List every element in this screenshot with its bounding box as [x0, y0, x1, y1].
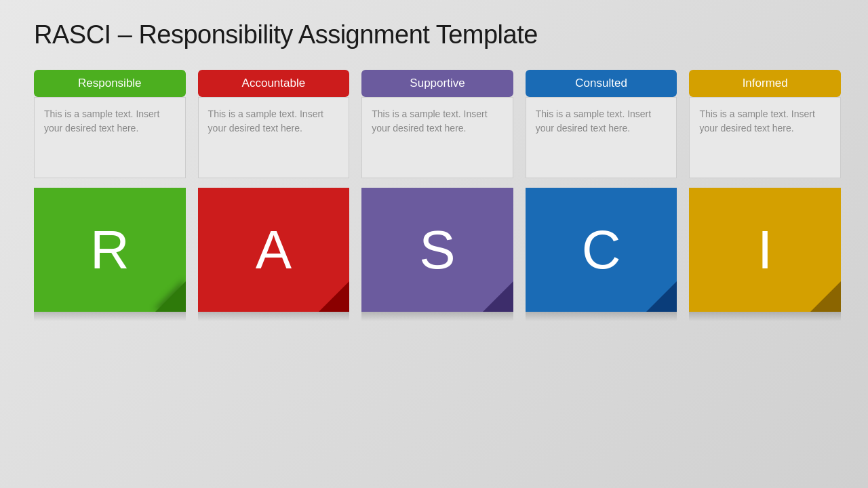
card-body-informed[interactable]: This is a sample text. Insert your desir… [689, 97, 841, 178]
cards-container: Responsible This is a sample text. Inser… [34, 70, 841, 321]
card-accountable: Accountable This is a sample text. Inser… [198, 70, 350, 321]
card-tile-responsible: R [34, 188, 186, 312]
card-shadow-consulted [526, 312, 677, 321]
card-header-consulted: Consulted [526, 70, 677, 97]
card-letter-supportive: S [361, 188, 513, 312]
card-informed: Informed This is a sample text. Insert y… [689, 70, 841, 321]
card-tile-accountable: A [198, 188, 350, 312]
card-tile-informed: I [689, 188, 841, 312]
card-letter-informed: I [689, 188, 841, 312]
card-supportive: Supportive This is a sample text. Insert… [361, 70, 513, 321]
card-header-responsible: Responsible [34, 70, 186, 97]
card-body-supportive[interactable]: This is a sample text. Insert your desir… [361, 97, 513, 178]
card-header-supportive: Supportive [361, 70, 513, 97]
card-tile-supportive: S [361, 188, 513, 312]
card-tile-consulted: C [526, 188, 677, 312]
card-responsible: Responsible This is a sample text. Inser… [34, 70, 186, 321]
card-shadow-supportive [361, 312, 513, 321]
card-shadow-informed [689, 312, 841, 321]
card-shadow-responsible [34, 312, 186, 321]
card-body-accountable[interactable]: This is a sample text. Insert your desir… [198, 97, 350, 178]
page-title: RASCI – Responsibility Assignment Templa… [34, 20, 538, 49]
card-header-accountable: Accountable [198, 70, 350, 97]
card-letter-responsible: R [34, 188, 186, 312]
card-letter-accountable: A [198, 188, 350, 312]
card-header-informed: Informed [689, 70, 841, 97]
card-body-responsible[interactable]: This is a sample text. Insert your desir… [34, 97, 186, 178]
card-shadow-accountable [198, 312, 350, 321]
card-consulted: Consulted This is a sample text. Insert … [526, 70, 677, 321]
card-body-consulted[interactable]: This is a sample text. Insert your desir… [526, 97, 677, 178]
card-letter-consulted: C [526, 188, 677, 312]
